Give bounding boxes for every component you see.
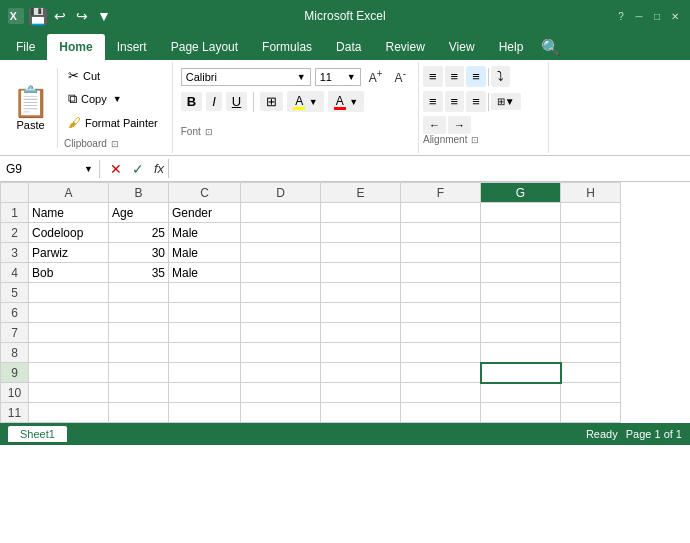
cell-B7[interactable] — [109, 323, 169, 343]
formula-confirm-icon[interactable]: ✓ — [130, 159, 146, 179]
cell-F1[interactable] — [401, 203, 481, 223]
tab-home[interactable]: Home — [47, 34, 104, 60]
cell-B5[interactable] — [109, 283, 169, 303]
cell-F11[interactable] — [401, 403, 481, 423]
cell-D6[interactable] — [241, 303, 321, 323]
font-grow-icon[interactable]: A+ — [365, 66, 387, 87]
cell-H11[interactable] — [561, 403, 621, 423]
row-header-1[interactable]: 1 — [1, 203, 29, 223]
col-header-G[interactable]: G — [481, 183, 561, 203]
cell-F4[interactable] — [401, 263, 481, 283]
redo-icon[interactable]: ↪ — [74, 8, 90, 24]
cell-B11[interactable] — [109, 403, 169, 423]
cell-H7[interactable] — [561, 323, 621, 343]
cell-D1[interactable] — [241, 203, 321, 223]
cell-G4[interactable] — [481, 263, 561, 283]
cell-C5[interactable] — [169, 283, 241, 303]
tab-file[interactable]: File — [4, 34, 47, 60]
cell-G2[interactable] — [481, 223, 561, 243]
cell-E11[interactable] — [321, 403, 401, 423]
quick-access-more-icon[interactable]: ▼ — [96, 8, 112, 24]
cell-D4[interactable] — [241, 263, 321, 283]
cell-B10[interactable] — [109, 383, 169, 403]
indent-increase-button[interactable]: → — [448, 116, 471, 134]
row-header-11[interactable]: 11 — [1, 403, 29, 423]
align-mid-left-button[interactable]: ≡ — [423, 91, 443, 112]
cell-A3[interactable]: Parwiz — [29, 243, 109, 263]
cell-F10[interactable] — [401, 383, 481, 403]
cell-E9[interactable] — [321, 363, 401, 383]
align-top-right-button[interactable]: ≡ — [466, 66, 486, 87]
cell-G11[interactable] — [481, 403, 561, 423]
cell-D5[interactable] — [241, 283, 321, 303]
cell-A10[interactable] — [29, 383, 109, 403]
col-header-A[interactable]: A — [29, 183, 109, 203]
row-header-2[interactable]: 2 — [1, 223, 29, 243]
cell-E7[interactable] — [321, 323, 401, 343]
cell-A2[interactable]: Codeloop — [29, 223, 109, 243]
formula-input[interactable] — [177, 160, 690, 178]
cell-D7[interactable] — [241, 323, 321, 343]
cell-H6[interactable] — [561, 303, 621, 323]
cell-E2[interactable] — [321, 223, 401, 243]
close-icon[interactable]: ✕ — [668, 9, 682, 23]
paste-button[interactable]: 📋 Paste — [4, 68, 58, 148]
cell-G10[interactable] — [481, 383, 561, 403]
format-painter-button[interactable]: 🖌 Format Painter — [64, 113, 162, 132]
cell-B1[interactable]: Age — [109, 203, 169, 223]
tab-help[interactable]: Help — [487, 34, 536, 60]
cell-C4[interactable]: Male — [169, 263, 241, 283]
merge-center-button[interactable]: ⊞▼ — [491, 93, 521, 110]
cell-D8[interactable] — [241, 343, 321, 363]
row-header-5[interactable]: 5 — [1, 283, 29, 303]
undo-icon[interactable]: ↩ — [52, 8, 68, 24]
cell-C1[interactable]: Gender — [169, 203, 241, 223]
cell-D9[interactable] — [241, 363, 321, 383]
save-icon[interactable]: 💾 — [30, 8, 46, 24]
font-color-button[interactable]: A ▼ — [328, 91, 365, 112]
row-header-9[interactable]: 9 — [1, 363, 29, 383]
cell-D10[interactable] — [241, 383, 321, 403]
cell-E6[interactable] — [321, 303, 401, 323]
tab-insert[interactable]: Insert — [105, 34, 159, 60]
cell-H9[interactable] — [561, 363, 621, 383]
cell-E1[interactable] — [321, 203, 401, 223]
cell-G6[interactable] — [481, 303, 561, 323]
font-size-selector[interactable]: 11 ▼ — [315, 68, 361, 86]
cell-H8[interactable] — [561, 343, 621, 363]
cell-A4[interactable]: Bob — [29, 263, 109, 283]
cell-B3[interactable]: 30 — [109, 243, 169, 263]
col-header-D[interactable]: D — [241, 183, 321, 203]
name-box[interactable]: G9 ▼ — [0, 160, 100, 178]
cell-C6[interactable] — [169, 303, 241, 323]
cell-F7[interactable] — [401, 323, 481, 343]
bold-button[interactable]: B — [181, 92, 202, 111]
cut-button[interactable]: ✂ Cut — [64, 66, 162, 85]
cell-A5[interactable] — [29, 283, 109, 303]
row-header-3[interactable]: 3 — [1, 243, 29, 263]
cell-C2[interactable]: Male — [169, 223, 241, 243]
cell-H5[interactable] — [561, 283, 621, 303]
cell-A1[interactable]: Name — [29, 203, 109, 223]
cell-C11[interactable] — [169, 403, 241, 423]
search-icon[interactable]: 🔍 — [535, 34, 567, 60]
font-shrink-icon[interactable]: A- — [391, 66, 410, 87]
cell-H1[interactable] — [561, 203, 621, 223]
alignment-expand-icon[interactable]: ⊡ — [471, 135, 479, 145]
cell-E4[interactable] — [321, 263, 401, 283]
cell-F5[interactable] — [401, 283, 481, 303]
col-header-C[interactable]: C — [169, 183, 241, 203]
cell-C8[interactable] — [169, 343, 241, 363]
formula-fx-label[interactable]: fx — [152, 159, 169, 178]
align-top-left-button[interactable]: ≡ — [423, 66, 443, 87]
cell-H2[interactable] — [561, 223, 621, 243]
cell-H10[interactable] — [561, 383, 621, 403]
align-mid-right-button[interactable]: ≡ — [466, 91, 486, 112]
cell-G8[interactable] — [481, 343, 561, 363]
cell-F2[interactable] — [401, 223, 481, 243]
cell-G5[interactable] — [481, 283, 561, 303]
font-expand-icon[interactable]: ⊡ — [205, 127, 213, 137]
cell-G3[interactable] — [481, 243, 561, 263]
cell-B8[interactable] — [109, 343, 169, 363]
cell-G7[interactable] — [481, 323, 561, 343]
